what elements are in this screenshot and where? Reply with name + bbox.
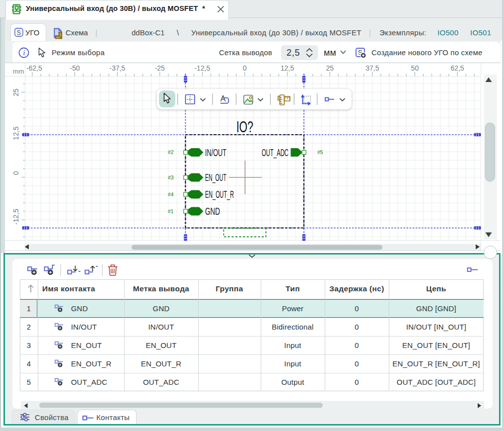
svg-text:S: S bbox=[17, 29, 21, 36]
svg-text:EN_OUT: EN_OUT bbox=[205, 172, 226, 183]
svg-text:0: 0 bbox=[12, 171, 20, 175]
svg-text:-62,5: -62,5 bbox=[26, 64, 42, 72]
svg-text:mm: mm bbox=[13, 68, 24, 75]
svg-text:#1: #1 bbox=[168, 208, 174, 214]
svg-text:12,5: 12,5 bbox=[12, 126, 20, 140]
svg-text:#5: #5 bbox=[317, 149, 323, 155]
svg-text:EN_OUT_R: EN_OUT_R bbox=[205, 189, 234, 200]
svg-text:#3: #3 bbox=[168, 174, 174, 180]
svg-text:25: 25 bbox=[326, 64, 334, 72]
svg-text:50: 50 bbox=[411, 64, 419, 72]
svg-text:-25: -25 bbox=[155, 64, 165, 72]
svg-text:IN/OUT: IN/OUT bbox=[205, 147, 226, 158]
svg-text:A: A bbox=[220, 94, 226, 103]
svg-text:37,5: 37,5 bbox=[365, 64, 379, 72]
svg-text:#2: #2 bbox=[168, 149, 174, 155]
svg-text:12,5: 12,5 bbox=[281, 64, 294, 72]
svg-text:62,5: 62,5 bbox=[450, 64, 464, 72]
svg-text:IO?: IO? bbox=[236, 118, 253, 136]
svg-text:i: i bbox=[23, 49, 25, 57]
svg-text:#4: #4 bbox=[168, 191, 174, 197]
svg-text:OUT_ADC: OUT_ADC bbox=[262, 147, 288, 159]
svg-text:GND: GND bbox=[205, 206, 220, 217]
svg-text:25: 25 bbox=[12, 88, 20, 96]
svg-text:-50: -50 bbox=[70, 64, 79, 72]
svg-text:-37,5: -37,5 bbox=[109, 64, 125, 72]
svg-text:-12,5: -12,5 bbox=[194, 64, 210, 72]
svg-text:-12,5: -12,5 bbox=[12, 209, 20, 225]
svg-text:0: 0 bbox=[243, 64, 247, 72]
